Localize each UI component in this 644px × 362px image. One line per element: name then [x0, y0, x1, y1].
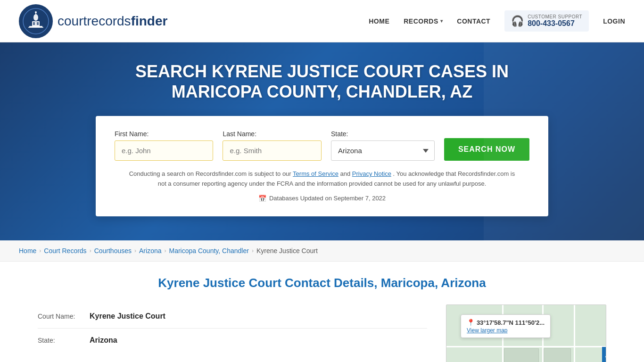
logo-circle: [19, 4, 53, 38]
breadcrumb-home[interactable]: Home: [19, 247, 36, 255]
map-panel: QuartHaus hicago St 📍 33°17'58.7"N 111°5…: [446, 304, 606, 362]
first-name-group: First Name:: [115, 130, 213, 161]
breadcrumb-sep-3: ›: [134, 247, 136, 254]
svg-point-1: [33, 14, 38, 21]
court-name-value: Kyrene Justice Court: [90, 312, 165, 321]
map-coords: 33°17'58.7"N 111°50'2...: [477, 319, 545, 326]
state-label: State:: [331, 130, 435, 138]
records-chevron-icon: ▾: [440, 18, 443, 24]
court-name-label: Court Name:: [38, 313, 85, 320]
breadcrumb-current: Kyrene Justice Court: [256, 247, 318, 255]
content-grid: Court Name: Kyrene Justice Court State: …: [38, 304, 606, 362]
breadcrumb-sep-2: ›: [90, 247, 91, 254]
support-text: CUSTOMER SUPPORT 800-433-0567: [528, 14, 582, 28]
nav-login[interactable]: LOGIN: [603, 17, 625, 25]
hero-section: SEARCH KYRENE JUSTICE COURT CASES IN MAR…: [0, 42, 644, 240]
db-updated: 📅 Databases Updated on September 7, 2022: [115, 195, 529, 202]
search-button[interactable]: SEARCH NOW: [444, 138, 529, 161]
court-state-label: State:: [38, 337, 85, 344]
breadcrumb-sep-1: ›: [39, 247, 41, 254]
map-container: QuartHaus hicago St 📍 33°17'58.7"N 111°5…: [446, 304, 606, 362]
privacy-link[interactable]: Privacy Notice: [352, 170, 391, 177]
map-tooltip: 📍 33°17'58.7"N 111°50'2... View larger m…: [461, 314, 551, 338]
breadcrumb-sep-4: ›: [164, 247, 166, 254]
nav-records[interactable]: RECORDS ▾: [404, 17, 443, 25]
main-nav: HOME RECORDS ▾ CONTACT 🎧 CUSTOMER SUPPOR…: [369, 10, 625, 32]
logo-text: courtrecordsfinder: [58, 14, 167, 29]
court-state-row: State: Arizona: [38, 328, 427, 352]
state-group: State: Arizona Alabama Alaska California…: [331, 130, 435, 161]
map-block-2: [544, 348, 570, 362]
disclaimer-text: Conducting a search on Recordsfinder.com…: [129, 169, 515, 189]
map-view-larger[interactable]: View larger map: [467, 327, 545, 334]
map-pin-icon: 📍: [467, 319, 475, 326]
court-state-value: Arizona: [90, 336, 117, 345]
main-content: Kyrene Justice Court Contact Details, Ma…: [0, 262, 644, 362]
last-name-label: Last Name:: [223, 130, 321, 138]
state-select[interactable]: Arizona Alabama Alaska California Colora…: [331, 140, 435, 161]
map-block-1: [504, 348, 539, 362]
last-name-group: Last Name:: [223, 130, 321, 161]
first-name-input[interactable]: [115, 140, 213, 161]
breadcrumb-sep-5: ›: [252, 247, 254, 254]
svg-rect-4: [28, 27, 43, 28]
calendar-icon: 📅: [258, 195, 266, 202]
map-road-h1: [446, 346, 606, 347]
details-panel: Court Name: Kyrene Justice Court State: …: [38, 304, 427, 352]
breadcrumb-court-records[interactable]: Court Records: [44, 247, 86, 255]
search-card: First Name: Last Name: State: Arizona Al…: [96, 116, 548, 216]
section-title: Kyrene Justice Court Contact Details, Ma…: [38, 276, 606, 290]
site-header: courtrecordsfinder HOME RECORDS ▾ CONTAC…: [0, 0, 644, 42]
svg-point-8: [35, 11, 37, 13]
breadcrumb-maricopa[interactable]: Maricopa County, Chandler: [169, 247, 248, 255]
svg-rect-6: [37, 22, 39, 25]
site-logo[interactable]: courtrecordsfinder: [19, 4, 167, 38]
breadcrumb-courthouses[interactable]: Courthouses: [94, 247, 132, 255]
logo-svg: [23, 8, 49, 34]
nav-home[interactable]: HOME: [369, 17, 389, 25]
hero-title: SEARCH KYRENE JUSTICE COURT CASES IN MAR…: [110, 61, 534, 102]
support-label: CUSTOMER SUPPORT: [528, 14, 582, 19]
support-box: 🎧 CUSTOMER SUPPORT 800-433-0567: [504, 10, 589, 32]
map-handle[interactable]: ‹: [602, 347, 606, 362]
court-name-row: Court Name: Kyrene Justice Court: [38, 304, 427, 328]
svg-rect-5: [33, 22, 35, 25]
map-road-v3: [574, 305, 575, 362]
first-name-label: First Name:: [115, 130, 213, 138]
last-name-input[interactable]: [223, 140, 321, 161]
nav-contact[interactable]: CONTACT: [457, 17, 490, 25]
terms-link[interactable]: Terms of Service: [293, 170, 339, 177]
breadcrumb-arizona[interactable]: Arizona: [139, 247, 161, 255]
headset-icon: 🎧: [511, 15, 524, 27]
breadcrumb: Home › Court Records › Courthouses › Ari…: [0, 240, 644, 262]
search-fields: First Name: Last Name: State: Arizona Al…: [115, 130, 529, 161]
support-number[interactable]: 800-433-0567: [528, 19, 582, 28]
